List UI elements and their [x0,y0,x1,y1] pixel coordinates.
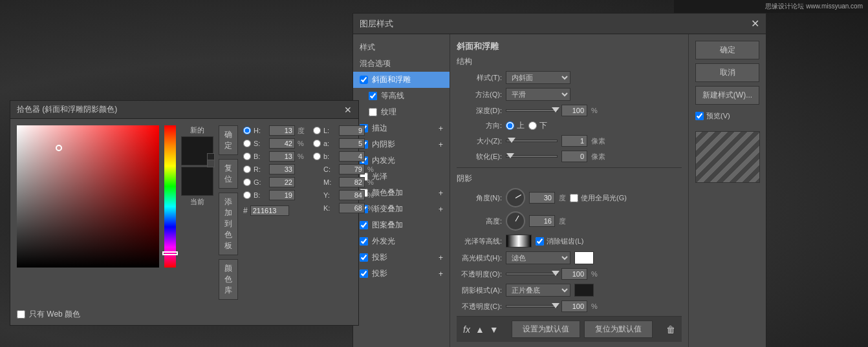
hex-row: # [243,205,308,216]
section-title: 斜面和浮雕 [457,41,682,52]
g-label: G: [254,178,266,186]
b2-input[interactable] [269,190,295,200]
new-style-button[interactable]: 新建样式(W)... [695,86,759,105]
size-input[interactable] [561,135,587,147]
s-input[interactable] [269,138,295,149]
set-default-button[interactable]: 设置为默认值 [512,321,580,338]
shadow-mode-select[interactable]: 正片叠底 [506,284,570,297]
style-item-blending[interactable]: 混合选项 [353,56,450,72]
angle-input[interactable] [529,192,555,204]
preview-image [696,132,759,182]
r-input[interactable] [269,164,295,174]
b2-radio[interactable] [243,191,251,199]
texture-checkbox[interactable] [369,108,377,116]
preview-checkbox[interactable] [695,112,704,120]
m-input[interactable] [339,177,365,187]
size-slider-track[interactable] [506,140,558,142]
style-select[interactable]: 内斜面 [506,71,570,84]
hex-input[interactable] [250,205,289,216]
method-select[interactable]: 平滑 [506,88,570,101]
g-input[interactable] [269,177,295,187]
layer-style-close-button[interactable]: ✕ [751,17,759,30]
web-color-label: 只有 Web 颜色 [29,309,80,320]
depth-input[interactable] [561,105,587,116]
method-label: 方法(Q): [457,90,502,100]
dir-down-radio[interactable] [528,121,537,130]
color-picker-reset-button[interactable]: 复位 [219,159,238,189]
k-input[interactable] [339,203,365,213]
shadow-opacity-slider-thumb [552,303,559,308]
altitude-label: 高度: [457,216,502,226]
style-item-contour[interactable]: 等高线 [353,88,450,104]
style-setting-label: 样式(T): [457,73,502,83]
depth-slider-track[interactable] [506,109,558,112]
angle-row: 角度(N): 度 使用全局光(G) [457,188,682,207]
soften-input[interactable] [561,151,587,162]
texture-label: 纹理 [381,107,396,118]
color-picker-body: 新的 当前 确定 复位 添加到色板 颜色库 H: 度 [10,119,358,306]
color-picker-close-button[interactable]: ✕ [344,105,352,115]
color-picker-add-to-palette-button[interactable]: 添加到色板 [219,193,238,255]
hl-color-swatch[interactable] [574,251,594,264]
move-down-icon[interactable]: ▼ [490,324,499,335]
c-input[interactable] [339,164,365,174]
fx-label: fx [463,324,470,335]
h-input[interactable] [269,125,295,136]
size-unit: 像素 [591,136,605,146]
hl-opacity-input[interactable] [561,268,587,280]
color-picker-library-button[interactable]: 颜色库 [219,259,238,300]
soften-slider-track[interactable] [506,155,558,158]
move-up-icon[interactable]: ▲ [475,324,484,335]
l-input[interactable] [339,125,365,136]
shadow-mode-row: 阴影模式(A): 正片叠底 [457,284,682,297]
s-label: S: [254,140,266,147]
style-item-style[interactable]: 样式 [353,39,450,56]
hl-opacity-slider-track[interactable] [506,273,558,275]
a-input[interactable] [339,138,365,149]
color-picker-confirm-button[interactable]: 确定 [219,125,238,155]
h-radio[interactable] [243,127,251,134]
style-item-texture[interactable]: 纹理 [353,104,450,120]
structure-subtitle: 结构 [457,56,682,67]
altitude-circle[interactable] [506,211,525,231]
l-radio[interactable] [313,127,321,134]
hue-slider[interactable] [164,125,176,268]
reset-default-button[interactable]: 复位为默认值 [584,321,653,338]
dir-up-radio[interactable] [506,121,514,130]
cancel-button[interactable]: 取消 [695,63,759,82]
shadow-opacity-label: 不透明度(C): [457,302,502,311]
delete-icon[interactable]: 🗑 [666,324,675,335]
toolbar-icons: fx ▲ ▼ [463,324,499,335]
preview-label: 预览(V) [695,111,759,121]
new-color-label: 新的 [190,125,204,135]
shadow-color-swatch[interactable] [574,284,594,297]
style-item-bevel[interactable]: 斜面和浮雕 [353,72,450,88]
a-radio[interactable] [313,140,321,147]
shadow-opacity-input[interactable] [561,300,587,312]
b3-radio[interactable] [313,152,321,160]
r-radio[interactable] [243,165,251,173]
y-input[interactable] [339,190,365,200]
hl-mode-label: 高光模式(H): [457,253,502,263]
color-gradient-area[interactable] [17,125,159,268]
b2-label: B: [254,191,266,199]
global-light-checkbox[interactable] [570,194,578,202]
b-radio[interactable] [243,152,251,160]
b3-input[interactable] [339,151,365,162]
gradient-picker-circle[interactable] [56,145,62,151]
angle-circle[interactable] [506,188,525,207]
confirm-button[interactable]: 确定 [695,41,759,59]
antialias-checkbox[interactable] [536,237,544,246]
gloss-preview[interactable] [506,235,532,247]
g-radio[interactable] [243,178,251,186]
web-color-checkbox[interactable] [17,310,25,319]
bevel-checkbox[interactable] [360,76,368,84]
hl-opacity-row: 不透明度(O): % [457,268,682,280]
hl-mode-select[interactable]: 滤色 [506,251,570,264]
altitude-input[interactable] [529,215,555,227]
b-input[interactable] [269,151,295,162]
s-radio[interactable] [243,140,251,147]
shadow-opacity-slider-track[interactable] [506,305,558,308]
contour-checkbox[interactable] [369,92,377,100]
y-input-row: Y: % [313,190,378,200]
